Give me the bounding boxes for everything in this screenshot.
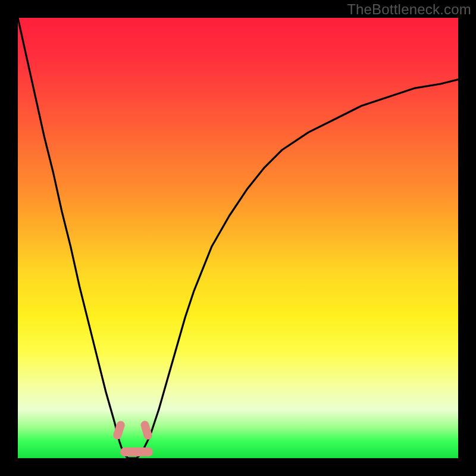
- bottleneck-curve: [18, 18, 458, 458]
- chart-frame: TheBottleneck.com: [0, 0, 476, 476]
- plot-area: [18, 18, 458, 458]
- curve-line: [18, 18, 458, 458]
- marker-trough: [120, 447, 153, 456]
- watermark-text: TheBottleneck.com: [347, 1, 471, 18]
